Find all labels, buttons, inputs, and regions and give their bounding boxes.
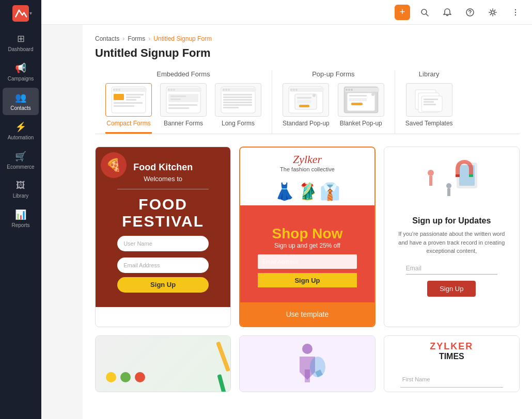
zylker-times-title: TIMES	[430, 352, 473, 361]
long-forms-icon	[215, 83, 261, 117]
svg-rect-28	[170, 99, 181, 100]
svg-rect-17	[126, 96, 140, 98]
form-type-long[interactable]: Long Forms	[215, 83, 261, 134]
sidebar-item-ecommerce[interactable]: 🛒 Ecommerce	[3, 147, 39, 174]
notifications-button[interactable]	[439, 4, 456, 21]
template-fashion[interactable]: Zylker The fashion collective 👗 🥻 👔 Shop…	[239, 147, 375, 327]
help-button[interactable]	[462, 4, 478, 21]
breadcrumb-contacts[interactable]: Contacts	[95, 35, 119, 42]
fashion-dresses: 👗 🥻 👔	[240, 178, 374, 205]
svg-point-56	[348, 89, 350, 91]
template-food-festival-preview: 🍕 Food Kitchen Welcomes to FOOD FESTIVAL…	[96, 147, 230, 307]
template-person[interactable]: Use template	[239, 335, 375, 392]
svg-rect-38	[223, 99, 252, 101]
template-updates[interactable]: Sign up for Updates If you're passionate…	[384, 147, 520, 327]
form-type-blanket-popup[interactable]: Blanket Pop-up	[338, 83, 384, 134]
dress-1: 👗	[274, 182, 295, 201]
zylker-brand: ZYLKER	[430, 341, 473, 352]
fashion-use-template[interactable]: Use template	[240, 302, 374, 326]
library-section: Library Saved Templates	[395, 70, 463, 134]
add-button[interactable]: +	[395, 5, 410, 20]
long-forms-label: Long Forms	[222, 120, 255, 127]
svg-rect-16	[126, 94, 144, 95]
svg-point-75	[302, 344, 312, 354]
updates-illustration	[420, 157, 482, 211]
compact-forms-icon	[105, 83, 152, 117]
breadcrumb-current: Untitled Signup Form	[153, 35, 212, 42]
banner-forms-icon	[160, 83, 207, 117]
app-logo[interactable]: ▾	[10, 4, 31, 23]
form-type-banner[interactable]: Banner Forms	[160, 83, 207, 134]
contacts-icon: 👥	[15, 92, 26, 103]
svg-point-57	[351, 89, 353, 91]
template-food-festival[interactable]: 🍕 Food Kitchen Welcomes to FOOD FESTIVAL…	[95, 147, 231, 327]
form-type-tabs: Embedded Forms	[95, 70, 520, 134]
form-type-standard-popup[interactable]: Standard Pop-up	[283, 83, 330, 134]
food-card-content: 🍕 Food Kitchen Welcomes to FOOD FESTIVAL…	[96, 147, 230, 307]
sidebar-item-contacts[interactable]: 👥 Contacts	[3, 88, 39, 115]
more-options-button[interactable]	[507, 4, 524, 21]
svg-rect-66	[424, 99, 438, 100]
library-title: Library	[419, 70, 440, 78]
svg-point-13	[118, 89, 120, 91]
svg-point-8	[515, 14, 516, 15]
compact-forms-label: Compact Forms	[106, 120, 150, 127]
template-pencils[interactable]: Use template	[95, 335, 231, 392]
svg-rect-15	[114, 94, 124, 100]
svg-rect-26	[168, 94, 198, 102]
svg-point-45	[293, 89, 295, 91]
saved-templates-label: Saved Templates	[405, 120, 453, 127]
template-updates-preview: Sign up for Updates If you're passionate…	[384, 147, 519, 307]
svg-rect-61	[351, 103, 363, 105]
template-zylker-times[interactable]: ZYLKER TIMES First Name Use template	[384, 335, 520, 392]
svg-point-62	[371, 93, 374, 96]
form-type-compact[interactable]: Compact Forms	[105, 83, 152, 134]
breadcrumb: Contacts › Forms › Untitled Signup Form	[95, 35, 520, 42]
sidebar-item-automation[interactable]: ⚡ Automation	[3, 117, 39, 144]
svg-point-25	[173, 89, 175, 91]
svg-rect-27	[170, 95, 186, 97]
svg-point-35	[228, 89, 230, 91]
svg-rect-37	[223, 96, 252, 98]
svg-rect-68	[424, 104, 436, 105]
sidebar-item-campaigns-label: Campaigns	[8, 76, 34, 82]
fashion-logo: Zylker	[245, 153, 369, 166]
svg-rect-39	[223, 102, 252, 103]
fashion-top: Zylker The fashion collective	[240, 148, 374, 178]
food-card-divider	[117, 189, 209, 189]
settings-button[interactable]	[484, 4, 501, 21]
svg-rect-51	[299, 105, 309, 107]
svg-rect-40	[223, 104, 252, 106]
sidebar-item-campaigns[interactable]: 📢 Campaigns	[3, 58, 39, 86]
library-types: Saved Templates	[405, 83, 453, 134]
svg-point-46	[295, 89, 298, 91]
template-fashion-preview: Zylker The fashion collective 👗 🥻 👔 Shop…	[240, 148, 374, 308]
dashboard-icon: ⊞	[17, 33, 25, 44]
pencil-yellow	[216, 341, 230, 372]
svg-rect-59	[349, 95, 367, 96]
svg-rect-20	[114, 105, 134, 107]
bottom-templates-grid: Use template Use template	[95, 335, 520, 392]
zylker-times-header: ZYLKER TIMES	[430, 341, 473, 361]
sidebar-item-reports[interactable]: 📊 Reports	[3, 205, 39, 232]
sidebar-item-dashboard[interactable]: ⊞ Dashboard	[3, 29, 39, 56]
updates-email-input: Email	[406, 264, 497, 275]
form-type-saved-templates[interactable]: Saved Templates	[405, 83, 453, 134]
sidebar-item-library[interactable]: 🖼 Library	[3, 176, 39, 203]
sidebar-item-reports-label: Reports	[11, 222, 29, 228]
svg-point-44	[290, 89, 292, 91]
sidebar: ▾ ⊞ Dashboard 📢 Campaigns 👥 Contacts ⚡ A…	[0, 0, 41, 419]
food-signup-button: Sign Up	[117, 277, 209, 293]
svg-point-48	[312, 94, 316, 97]
standard-popup-icon	[283, 83, 329, 117]
breadcrumb-forms[interactable]: Forms	[128, 35, 145, 42]
main-content: Contacts › Forms › Untitled Signup Form …	[83, 25, 532, 419]
search-button[interactable]	[416, 4, 433, 21]
food-festival-text: FOOD FESTIVAL	[106, 196, 220, 230]
food-pizza-icon: 🍕	[101, 152, 127, 178]
food-card-title1: Food Kitchen	[133, 162, 193, 173]
sidebar-item-dashboard-label: Dashboard	[8, 46, 34, 52]
ecommerce-icon: 🛒	[15, 151, 26, 162]
saved-templates-icon	[406, 83, 452, 117]
sidebar-item-automation-label: Automation	[8, 135, 34, 140]
